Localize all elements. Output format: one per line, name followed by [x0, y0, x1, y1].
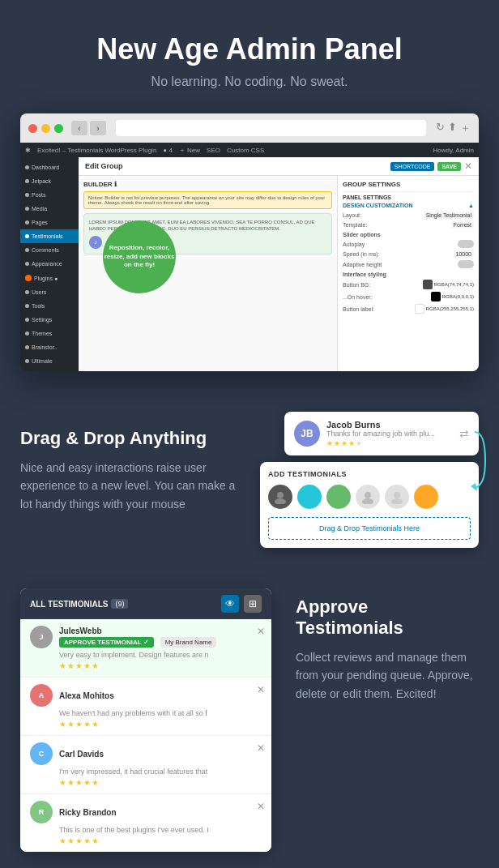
dnd-avatar-6[interactable] [414, 485, 438, 509]
carl-text: I'm very impressed, it had crucial featu… [59, 768, 262, 776]
jacob-star-4: ★ [348, 439, 355, 447]
sidebar-item-posts[interactable]: Posts [20, 188, 79, 202]
toolbar-seo: SEO [207, 147, 220, 154]
svg-point-6 [365, 492, 371, 498]
dnd-avatar-3[interactable] [326, 485, 351, 509]
svg-point-10 [423, 492, 429, 498]
jules-star-5: ★ [92, 661, 99, 670]
autoplay-toggle[interactable] [458, 240, 474, 248]
new-tab-icon[interactable]: ＋ [460, 121, 471, 135]
ricky-star-1: ★ [59, 836, 66, 845]
wp-admin-ui: ✱ Excited! – Testimonials WordPress Plug… [20, 143, 479, 371]
sidebar-item-tools[interactable]: Tools [20, 299, 79, 313]
save-button[interactable]: SAVE [437, 162, 461, 171]
jules-close-button[interactable]: ✕ [257, 626, 265, 637]
svg-marker-12 [471, 483, 477, 491]
slider-options-label: Slider options [343, 232, 474, 237]
dnd-feature-section: Drag & Drop Anything Nice and easy inter… [0, 387, 499, 572]
button-label-swatch[interactable] [415, 304, 424, 314]
approve-button[interactable]: APPROVE TESTIMONIAL ✓ [59, 637, 154, 648]
sidebar-item-testimonials[interactable]: Testimonials [20, 229, 79, 243]
browser-chrome: ‹ › ↻ ⬆ ＋ [20, 113, 479, 143]
share-icon[interactable]: ⬆ [448, 121, 457, 135]
sidebar-item-jetpack[interactable]: Jetpack [20, 174, 79, 188]
adaptive-toggle[interactable] [458, 260, 474, 268]
jules-star-2: ★ [67, 661, 75, 670]
carl-stars: ★ ★ ★ ★ ★ [59, 778, 262, 787]
alexa-header: A Alexa Mohitos [30, 684, 262, 707]
button-bg-swatch[interactable] [423, 280, 433, 289]
button-label-row: Button label: RGBA(255,255,255,1) [343, 304, 474, 314]
ricky-star-5: ★ [92, 836, 99, 845]
sidebar-item-users[interactable]: Users [20, 285, 79, 299]
shortcode-button[interactable]: SHORTCODE [390, 162, 435, 171]
sidebar-item-appearance[interactable]: Appearance [20, 257, 79, 271]
page-title: Edit Group [85, 162, 123, 170]
carl-name: Carl Davids [59, 750, 104, 759]
jacob-name: Jacob Burns [326, 420, 453, 430]
hero-section: New Age Admin Panel No learning. No codi… [0, 0, 499, 113]
eye-view-button[interactable]: 👁 [221, 595, 239, 613]
interface-label: Interface styling [343, 272, 474, 277]
sidebar-item-plugins[interactable]: Plugins ● [20, 271, 79, 285]
alexa-star-1: ★ [59, 720, 66, 729]
toolbar-site: Excited! – Testimonials WordPress Plugin [37, 147, 156, 154]
adaptive-row: Adaptive height [343, 260, 474, 268]
toolbar-howdy: Howdy, Admin [433, 147, 474, 154]
minimize-dot[interactable] [41, 124, 50, 133]
testimonial-item-carl: C Carl Davids I'm very impressed, it had… [20, 736, 271, 794]
speed-label: Speed (in ms): [343, 251, 380, 257]
template-row: Template: Forrest [343, 221, 474, 229]
dnd-title: Drag & Drop Anything [20, 428, 244, 449]
sidebar-item-pages[interactable]: Pages [20, 216, 79, 229]
svg-point-4 [335, 492, 342, 498]
dnd-avatar-1[interactable] [268, 485, 292, 509]
reload-icon[interactable]: ↻ [436, 121, 445, 135]
close-icon[interactable]: ✕ [464, 160, 472, 172]
forward-button[interactable]: › [90, 121, 106, 135]
address-bar[interactable] [116, 120, 426, 136]
close-dot[interactable] [28, 124, 37, 133]
sidebar-item-ultimate[interactable]: Ultimate [20, 354, 79, 368]
dnd-mockup: JB Jacob Burns Thanks for amazing job wi… [260, 412, 479, 548]
sidebar-item-settings[interactable]: Settings [20, 313, 79, 327]
hover-value: RGBA(0,0,0,1) [442, 294, 474, 299]
sidebar-item-media[interactable]: Media [20, 202, 79, 216]
builder-panel: BUILDER ℹ Notice: Builder is not for pre… [79, 176, 337, 371]
builder-notice: Notice: Builder is not for preview purpo… [83, 191, 332, 209]
ricky-close-button[interactable]: ✕ [257, 801, 265, 812]
admin-main-content: BUILDER ℹ Notice: Builder is not for pre… [79, 176, 479, 371]
svg-point-7 [362, 498, 373, 504]
carl-header: C Carl Davids [30, 742, 262, 765]
back-button[interactable]: ‹ [71, 121, 87, 135]
ricky-header: R Ricky Brandon [30, 801, 262, 823]
sidebar-item-dashboard[interactable]: Dashboard [20, 160, 79, 174]
dnd-avatar-2[interactable] [297, 485, 322, 509]
carl-close-button[interactable]: ✕ [257, 742, 265, 754]
template-value[interactable]: Forrest [451, 221, 474, 229]
toolbar-count: ● 4 [163, 147, 173, 154]
hover-swatch[interactable] [431, 292, 441, 301]
settings-panel: GROUP SETTINGS PANEL SETTINGS DESIGN CUS… [337, 176, 479, 371]
carl-star-5: ★ [92, 778, 99, 787]
drag-drop-zone[interactable]: Drag & Drop Testimonials Here [268, 517, 471, 540]
ricky-star-4: ★ [83, 836, 91, 845]
sidebar-item-brainstorm[interactable]: Brainstor.. [20, 340, 79, 354]
sidebar-item-themes[interactable]: Themes [20, 327, 79, 340]
svg-point-0 [277, 492, 284, 498]
alexa-close-button[interactable]: ✕ [257, 684, 265, 695]
hover-label: ...On hover: [343, 294, 373, 300]
grid-view-button[interactable]: ⊞ [244, 595, 262, 613]
alexa-star-5: ★ [92, 720, 99, 729]
dnd-avatar-5[interactable] [385, 485, 409, 509]
maximize-dot[interactable] [54, 124, 63, 133]
builder-label: BUILDER ℹ [83, 181, 332, 188]
dnd-avatar-4[interactable] [356, 485, 380, 509]
toolbar-css: Custom CSS [227, 147, 264, 154]
layout-value[interactable]: Single Testimonial [424, 212, 474, 219]
carl-star-1: ★ [59, 778, 66, 787]
sidebar-item-comments[interactable]: Comments [20, 243, 79, 257]
speed-value[interactable]: 10000 [454, 250, 474, 258]
button-bg-value: RGBA(74,74,74,1) [434, 282, 474, 287]
jacob-card: JB Jacob Burns Thanks for amazing job wi… [284, 412, 479, 455]
